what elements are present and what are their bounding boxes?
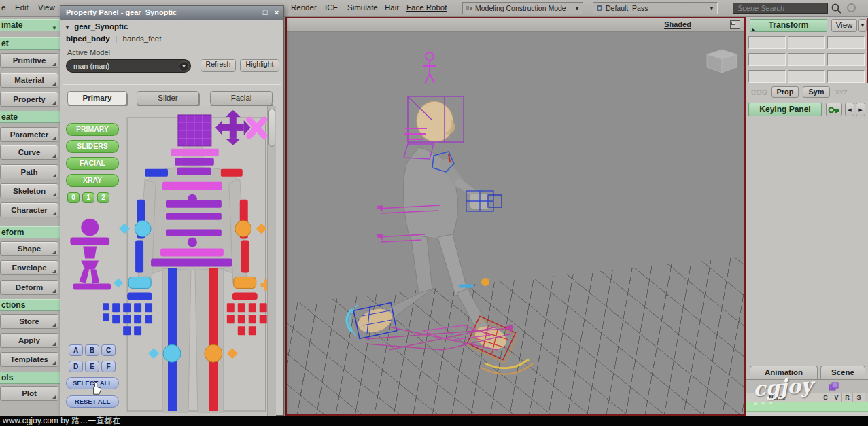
sym-button[interactable]: Sym <box>803 86 830 98</box>
xray-button[interactable]: XRAY <box>66 174 119 187</box>
refresh-button[interactable]: Refresh <box>201 59 236 72</box>
synoptic-scrollbar[interactable] <box>267 106 276 416</box>
close-icon[interactable]: × <box>271 6 282 19</box>
scene-search-input[interactable]: Scene Search <box>733 3 828 14</box>
sidebar-item-envelope[interactable]: Envelope <box>0 260 58 275</box>
column-header-s[interactable]: S <box>853 393 865 402</box>
scale-z-field[interactable] <box>827 70 865 83</box>
render-pass-dropdown[interactable]: Default_Pass ▼ <box>593 2 718 14</box>
view-cube-icon[interactable] <box>707 50 737 73</box>
sidebar-item-apply[interactable]: Apply <box>0 333 58 348</box>
view-dropdown[interactable]: View <box>831 19 857 32</box>
sidebar-item-plot[interactable]: Plot <box>0 386 58 401</box>
column-header-c[interactable]: C <box>820 393 831 402</box>
keying-panel-button[interactable]: Keying Panel <box>748 103 822 116</box>
window-titlebar[interactable]: Property Panel - gear_Synoptic _ □ × <box>60 6 283 20</box>
sidebar-item-store[interactable]: Store <box>0 314 58 329</box>
left-shoulder-control[interactable] <box>145 169 168 177</box>
tab-scene[interactable]: Scene <box>820 366 865 379</box>
facial-button[interactable]: FACIAL <box>66 157 119 170</box>
scale-y-field[interactable] <box>788 70 825 83</box>
right-shoulder-control[interactable] <box>221 169 243 177</box>
prev-key-icon[interactable]: ◀ <box>845 103 854 116</box>
column-header-name[interactable]: Name <box>746 393 820 402</box>
sidebar-item-skeleton[interactable]: Skeleton <box>0 183 58 198</box>
clear-search-icon[interactable] <box>847 3 856 12</box>
rotate-y-field[interactable] <box>788 53 825 66</box>
resize-viewport-icon[interactable] <box>730 20 740 29</box>
sidebar-item-shape[interactable]: Shape <box>0 241 58 256</box>
sidebar-item-path[interactable]: Path <box>0 164 58 179</box>
sliders-button[interactable]: SLIDERS <box>66 140 119 153</box>
menu-edit[interactable]: Edit <box>15 3 29 12</box>
level-1-button[interactable]: 1 <box>82 192 94 203</box>
cog-button[interactable]: COG <box>751 88 767 96</box>
level-0-button[interactable]: 0 <box>67 192 80 203</box>
rotate-z-field[interactable] <box>827 53 865 66</box>
delete-x-icon[interactable] <box>249 120 264 136</box>
sidebar-item-primitive[interactable]: Primitive <box>0 53 58 68</box>
primary-button[interactable]: PRIMARY <box>66 123 119 136</box>
highlight-button[interactable]: Highlight <box>240 59 279 72</box>
xyz-button[interactable]: XYZ <box>835 89 848 96</box>
shading-mode-dropdown[interactable]: Shaded <box>627 20 729 29</box>
prop-button[interactable]: Prop <box>771 86 799 98</box>
sidebar-header-animate[interactable]: imate▼ <box>0 19 60 31</box>
construction-mode-dropdown[interactable]: Modeling Construction Mode ▼ <box>462 2 583 14</box>
minimize-icon[interactable]: _ <box>248 6 259 19</box>
rotate-x-field[interactable] <box>748 53 786 66</box>
selected-row[interactable] <box>746 402 868 412</box>
menu-hair[interactable]: Hair <box>385 3 399 12</box>
menu-view[interactable]: View <box>38 3 55 12</box>
menu-file-partial[interactable]: e <box>1 3 5 12</box>
character-mesh[interactable] <box>355 98 509 353</box>
level-2-button[interactable]: 2 <box>97 192 109 203</box>
menu-render[interactable]: Render <box>291 3 317 12</box>
active-model-dropdown[interactable]: man (man) ▼ <box>66 59 191 73</box>
tab-animation[interactable]: Animation <box>750 366 818 379</box>
sidebar-item-property[interactable]: Property <box>0 92 58 107</box>
sidebar-item-character[interactable]: Character <box>0 202 58 217</box>
group-f-button[interactable]: F <box>101 361 116 372</box>
tab-slider[interactable]: Slider <box>137 91 199 105</box>
group-e-button[interactable]: E <box>85 361 99 372</box>
menu-ice[interactable]: ICE <box>325 3 338 12</box>
character-marker-icon[interactable] <box>423 52 436 83</box>
transform-y-field[interactable] <box>788 36 825 49</box>
view-chevron-down-icon[interactable]: ▼ <box>858 19 867 32</box>
key-button[interactable] <box>826 103 842 116</box>
layers-icon[interactable] <box>829 382 839 391</box>
character-icon[interactable] <box>70 219 111 290</box>
maximize-icon[interactable]: □ <box>260 6 271 19</box>
sidebar-item-templates[interactable]: Templates <box>0 352 58 367</box>
tab-primary[interactable]: Primary <box>67 91 127 105</box>
reset-all-button[interactable]: RESET ALL <box>66 395 119 408</box>
section-collapse-header[interactable]: ▼ gear_Synoptic <box>65 22 128 31</box>
group-b-button[interactable]: B <box>85 344 99 356</box>
viewport-3d[interactable]: Shaded <box>285 17 746 416</box>
sidebar-item-parameter[interactable]: Parameter <box>0 127 58 142</box>
move-cross-icon[interactable] <box>215 110 251 145</box>
transform-button[interactable]: ◣ Transform <box>750 19 827 32</box>
column-header-v[interactable]: V <box>831 393 842 402</box>
transform-x-field[interactable] <box>748 36 786 49</box>
group-c-button[interactable]: C <box>101 344 116 356</box>
sidebar-item-deform[interactable]: Deform <box>0 280 58 295</box>
tab-facial[interactable]: Facial <box>210 91 273 105</box>
scrollbar-thumb[interactable] <box>268 109 275 147</box>
viewport-scene[interactable] <box>287 32 744 414</box>
search-icon[interactable] <box>831 3 842 14</box>
head-control[interactable] <box>178 115 211 146</box>
transform-z-field[interactable] <box>827 36 865 49</box>
menu-simulate[interactable]: Simulate <box>347 3 378 12</box>
tab-hands-feet[interactable]: hands_feet <box>118 34 167 43</box>
column-header-r[interactable]: R <box>842 393 853 402</box>
group-a-button[interactable]: A <box>69 344 83 356</box>
sidebar-item-material[interactable]: Material <box>0 73 58 88</box>
sidebar-item-curve[interactable]: Curve <box>0 145 58 160</box>
scale-x-field[interactable] <box>748 70 786 83</box>
next-key-icon[interactable]: ▶ <box>856 103 865 116</box>
tab-biped-body[interactable]: biped_body <box>60 34 116 43</box>
menu-face-robot[interactable]: Face Robot <box>406 3 447 12</box>
synoptic-view[interactable]: PRIMARY SLIDERS FACIAL XRAY 0 1 2 A B C … <box>60 106 276 416</box>
